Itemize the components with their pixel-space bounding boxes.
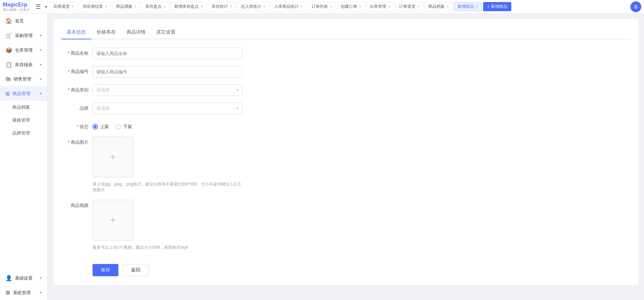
close-icon[interactable]: × [72,5,74,8]
close-icon[interactable]: × [263,5,265,8]
close-icon[interactable]: × [447,5,449,8]
close-icon[interactable]: × [134,5,136,8]
sidebar-sub-item-product-archive[interactable]: 商品档案 [0,101,47,114]
tab-总入库统计[interactable]: 总入库统计 × [237,2,269,11]
label-product-video: 商品视频 [61,200,88,209]
sidebar-item-sales[interactable]: 🛍 销售管理 ▾ [0,72,47,86]
form-row-status: 状态 上架 下架 [61,121,630,130]
reports-icon: 📋 [5,61,12,68]
chevron-down-icon: ▾ [236,106,238,111]
form-row-brand: 品牌 请选择 ▾ [61,103,630,114]
sidebar-item-purchase[interactable]: 🛒 采购管理 ▾ [0,28,47,43]
label-product-name: 商品名称 [61,48,88,56]
tab-basic-info[interactable]: 基本信息 [61,26,91,39]
label-product-image: 商品图片 [61,137,88,145]
tab-库存盘点[interactable]: 库存盘点 × [142,2,169,11]
content-card: 基本信息 价格库存 商品详情 其它设置 商品名称 商品编号 商品类别 请选择 [53,19,639,285]
label-product-category: 商品类别 [61,84,88,93]
tab-库存统计[interactable]: 库存统计 × [208,2,236,11]
user-icon: 👤 [5,275,12,281]
top-nav: MagicErp 用心做每一位客户 ☰ ▾ 应商退货 × 供应商结算 × 商品调… [0,0,644,14]
tab-price-stock[interactable]: 价格库存 [91,26,121,39]
brand-select[interactable]: 请选择 ▾ [93,103,242,114]
form-footer: 保存 返回 [61,264,630,276]
close-icon[interactable]: × [388,5,390,8]
logo-area: MagicErp 用心做每一位客户 [3,1,30,12]
sidebar-sub-item-brand-management[interactable]: 品牌管理 [0,127,47,140]
chevron-down-icon: ▾ [40,33,42,38]
chevron-down-icon: ▾ [40,63,42,67]
product-image-upload[interactable]: + [93,137,133,177]
close-icon[interactable]: × [359,5,361,8]
close-icon[interactable]: × [105,5,107,8]
radio-on-shelf[interactable]: 上架 [93,124,109,130]
tab-出库管理[interactable]: 出库管理 × [366,2,394,11]
product-video-upload[interactable]: + [93,200,133,241]
sidebar-item-reports[interactable]: 📋 库存报表 ▾ [0,57,47,72]
close-icon[interactable]: × [330,5,332,8]
tab-入库商品统计[interactable]: 入库商品统计 × [270,2,307,11]
product-name-input[interactable] [93,48,242,59]
tab-订单退货[interactable]: 订单退货 × [395,2,423,11]
purchase-icon: 🛒 [5,32,12,39]
tab-新增库存盘点[interactable]: 新增库存盘点 × [170,2,207,11]
radio-circle-off [116,124,121,129]
close-icon[interactable]: × [201,5,203,8]
hamburger-button[interactable]: ☰ [34,2,42,12]
product-category-select[interactable]: 请选择 ▾ [93,84,242,96]
close-icon[interactable]: × [164,5,166,8]
tab-应商退货[interactable]: 应商退货 × [50,2,78,11]
close-icon[interactable]: × [301,5,303,8]
warehouse-icon: 📦 [5,47,12,53]
close-icon[interactable]: × [230,5,232,8]
chevron-down-icon: ▾ [40,91,42,96]
close-icon[interactable]: × [476,5,478,8]
plus-icon: + [487,4,490,9]
sidebar-item-system[interactable]: ⚙ 系统管理 ▾ [0,285,47,300]
radio-circle-on [93,124,98,129]
form-row-product-video: 商品视频 + 最多可以上传1个视频，建议大小10M，推荐格式mp4 [61,200,630,250]
new-product-button[interactable]: + 新增商品 [483,2,511,11]
status-radio-group: 上架 下架 [93,121,132,130]
chevron-down-icon: ▾ [236,88,238,92]
sidebar-item-products[interactable]: ⊞ 商品管理 ▾ [0,86,47,101]
tab-供应商结算[interactable]: 供应商结算 × [79,2,111,11]
chevron-down-icon: ▾ [40,48,42,52]
logo-tagline: 用心做每一位客户 [3,8,30,12]
sidebar-sub-item-spec-management[interactable]: 规格管理 [0,114,47,127]
close-icon[interactable]: × [417,5,419,8]
chevron-down-icon: ▾ [40,276,42,280]
label-brand: 品牌 [61,103,88,111]
collapse-button[interactable]: ▾ [44,3,48,11]
plus-icon: + [110,152,116,162]
label-status: 状态 [61,121,88,130]
logo-name: MagicErp [3,1,30,8]
tab-订单列表[interactable]: 订单列表 × [308,2,336,11]
save-button[interactable]: 保存 [93,264,118,276]
gear-icon: ⚙ [5,289,10,296]
sidebar-item-home[interactable]: 🏠 首页 [0,14,47,28]
plus-icon: + [110,215,116,226]
sidebar: 🏠 首页 🛒 采购管理 ▾ 📦 仓库管理 ▾ 📋 库存报表 ▾ 🛍 销售管理 ▾… [0,14,48,300]
sidebar-item-basic-settings[interactable]: 👤 基础设置 ▾ [0,271,47,285]
radio-off-shelf[interactable]: 下架 [116,124,132,130]
tab-创建订单[interactable]: 创建订单 × [337,2,365,11]
label-product-code: 商品编号 [61,66,88,75]
tab-other-settings[interactable]: 其它设置 [151,26,181,39]
form-row-product-image: 商品图片 + 请上传jpg、jpeg、png格式，建议分辨率不要超过800*80… [61,137,630,193]
chevron-down-icon: ▾ [40,77,42,82]
chevron-down-icon: ▾ [40,290,42,295]
product-video-hint: 最多可以上传1个视频，建议大小10M，推荐格式mp4 [93,245,188,250]
tab-商品档案[interactable]: 商品档案 × [425,2,452,11]
form-row-product-code: 商品编号 [61,66,630,77]
user-avatar[interactable]: S [630,1,641,12]
products-icon: ⊞ [5,90,10,97]
tab-新增商品[interactable]: 新增商品 × [454,2,482,11]
tab-product-detail[interactable]: 商品详情 [121,26,151,39]
sidebar-item-warehouse[interactable]: 📦 仓库管理 ▾ [0,43,47,57]
tab-商品调拨[interactable]: 商品调拨 × [112,2,140,11]
product-code-input[interactable] [93,66,242,77]
form-tabs: 基本信息 价格库存 商品详情 其它设置 [61,26,630,39]
back-button[interactable]: 返回 [122,264,149,276]
home-icon: 🏠 [5,18,12,24]
